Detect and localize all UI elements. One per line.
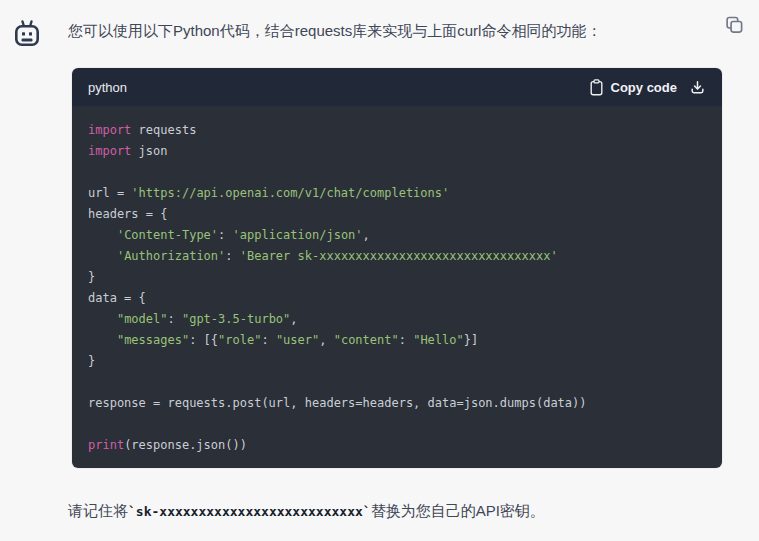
code-line: import requests: [88, 120, 706, 141]
code-block-header: python Copy code: [72, 68, 722, 106]
copy-code-label: Copy code: [611, 80, 677, 95]
code-line: url = 'https://api.openai.com/v1/chat/co…: [88, 183, 706, 204]
download-icon: [689, 79, 706, 96]
code-block: python Copy code: [72, 68, 722, 468]
message-intro-text: 您可以使用以下Python代码，结合requests库来实现与上面curl命令相…: [68, 20, 726, 42]
code-line: data = {: [88, 288, 706, 309]
assistant-avatar: [10, 18, 44, 52]
code-line: [88, 162, 706, 183]
outro-prefix: 请记住将: [68, 502, 128, 519]
code-line: print(response.json()): [88, 435, 706, 456]
message-content: 您可以使用以下Python代码，结合requests库来实现与上面curl命令相…: [68, 20, 726, 523]
code-line: "model": "gpt-3.5-turbo",: [88, 309, 706, 330]
code-line: }: [88, 267, 706, 288]
code-line: }: [88, 351, 706, 372]
robot-icon: [10, 18, 44, 52]
code-line: [88, 372, 706, 393]
clipboard-icon: [589, 79, 604, 96]
copy-code-button[interactable]: Copy code: [589, 79, 677, 96]
download-code-button[interactable]: [689, 79, 706, 96]
code-line: [88, 414, 706, 435]
outro-suffix: 替换为您自己的API密钥。: [371, 502, 545, 519]
code-line: 'Authorization': 'Bearer sk-xxxxxxxxxxxx…: [88, 246, 706, 267]
message-outro-text: 请记住将`sk-xxxxxxxxxxxxxxxxxxxxxxxxxx`替换为您自…: [68, 500, 726, 523]
code-line: headers = {: [88, 204, 706, 225]
code-line: 'Content-Type': 'application/json',: [88, 225, 706, 246]
code-language-label: python: [88, 80, 127, 95]
code-line: import json: [88, 141, 706, 162]
code-line: response = requests.post(url, headers=he…: [88, 393, 706, 414]
chat-assistant-message: 您可以使用以下Python代码，结合requests库来实现与上面curl命令相…: [0, 0, 759, 541]
code-content: import requestsimport json url = 'https:…: [72, 106, 722, 468]
code-line: "messages": [{"role": "user", "content":…: [88, 330, 706, 351]
api-key-inline-code: `sk-xxxxxxxxxxxxxxxxxxxxxxxxxx`: [128, 504, 371, 519]
copy-icon: [723, 14, 745, 36]
